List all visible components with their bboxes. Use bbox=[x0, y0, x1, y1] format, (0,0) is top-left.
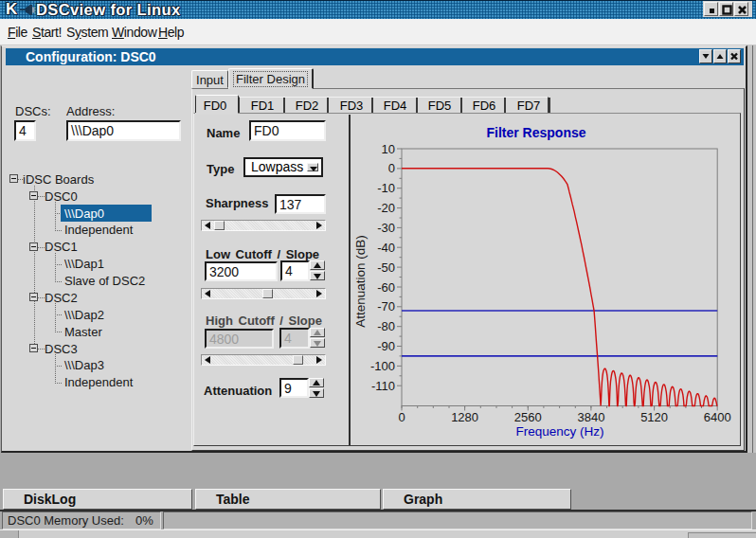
svg-text:-90: -90 bbox=[377, 339, 395, 353]
svg-text:-10: -10 bbox=[377, 181, 395, 195]
svg-text:-20: -20 bbox=[377, 201, 395, 215]
svg-text:2560: 2560 bbox=[514, 410, 542, 424]
svg-text:Filter Response: Filter Response bbox=[486, 125, 585, 140]
svg-text:-100: -100 bbox=[370, 359, 395, 373]
svg-text:10: 10 bbox=[382, 142, 395, 156]
svg-text:-80: -80 bbox=[377, 319, 395, 333]
svg-text:-70: -70 bbox=[377, 299, 395, 314]
svg-text:3840: 3840 bbox=[577, 410, 604, 424]
svg-text:5120: 5120 bbox=[640, 410, 668, 424]
svg-text:Attenuation (dB): Attenuation (dB) bbox=[353, 235, 368, 328]
svg-text:6400: 6400 bbox=[704, 410, 731, 424]
svg-text:-60: -60 bbox=[377, 280, 395, 295]
svg-text:-50: -50 bbox=[377, 260, 395, 275]
svg-text:-40: -40 bbox=[377, 241, 395, 255]
svg-text:0: 0 bbox=[388, 161, 395, 175]
svg-text:-30: -30 bbox=[377, 221, 395, 235]
svg-text:Frequency (Hz): Frequency (Hz) bbox=[515, 424, 603, 439]
svg-text:0: 0 bbox=[398, 410, 405, 424]
svg-text:1280: 1280 bbox=[451, 410, 478, 424]
svg-text:-110: -110 bbox=[371, 379, 395, 393]
